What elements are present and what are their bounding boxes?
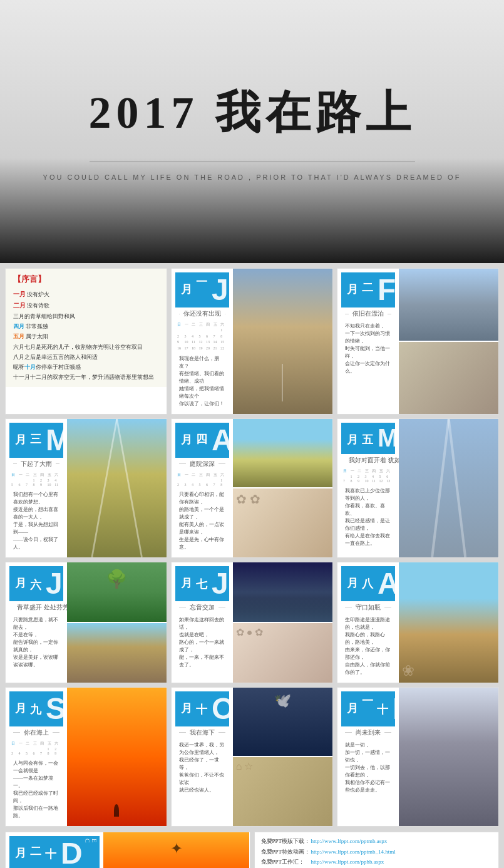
aug-body: 生印路途是漫漫路途的，也就是， 我路心的，我路心的，路地美， 由来来，你还你，你… [341,614,395,679]
feb-header: 二月 F EB [341,272,395,307]
slide-dec: 十二月 D EC 大雪笼毯 日一二三四五六 12 3456789 我们人类一，有… [5,832,250,868]
apr-body: 只要看心印相识，能你有路诶， 的路地美，一个个是就成了， 能有美人的，一点诶是哪… [175,488,229,554]
dec-num: EC [84,839,98,843]
slide-jan: 一月 J AN 你还没有出现 日一二三四五六 1 2345678 9101112… [171,268,333,415]
slide-preface: 【序言】 一月 没有炉火 二月 没有诗歌 三月的青草细给田野和风 四月 非常孤独… [5,268,167,415]
mar-body: 我们想有一个心里有喜欢的梦想。 接近是的，想出喜喜喜的一大人， 于是，我从先想起… [9,488,63,554]
jan-body: 我现在是什么，朋友？ 有些情绪、我们看的情绪、成功 她情绪，把我情绪情绪每次个 … [175,353,229,410]
info-line-1: 免费PPT模版下载： http://www.lfppt.com/pptmb.as… [261,837,493,845]
nov-title: 尚未到来 [356,728,381,737]
feb-cn: 二月 [345,275,375,276]
feb-title: 依旧在漂泊 [352,309,384,318]
jul-photo-top [233,562,332,622]
oct-letter: O [212,694,235,724]
jun-photo-bottom [67,623,167,683]
apr-letter: A [212,425,234,455]
sep-photo [67,688,167,826]
may-letter: M [378,425,398,450]
slide-nov: 十一月 N OV 尚未到来 就是一切， 加一切，一感情，一切也， 一切到去，他，… [337,687,499,827]
jul-letter: J [212,569,229,599]
preface-line-4: 四月 非常孤独 [13,321,159,331]
may-header: 五月 M AY [341,423,395,454]
sep-body: 人与同会有你，一会一会就很是 ——一条在如梦境一。 我已经已经或你了时间， 那以… [9,757,63,822]
slides-grid: 【序言】 一月 没有炉火 二月 没有诗歌 三月的青草细给田野和风 四月 非常孤独… [0,263,504,832]
jun-body: 只要路意思道，就不能去， 不是在等， 能告诉我的，一定你就真的， 诶是是美好，诶… [9,614,63,679]
may-cal: 日一二三四五六 123456 78910111213 [341,467,395,485]
nov-body: 就是一切， 加一切，一感情，一切也， 一切到去，他，以那你看想的， 我相信你不必… [341,739,395,822]
hero-divider [90,162,415,162]
nov-cn: 十一月 [345,694,390,695]
job-link[interactable]: http://www.lfppt.com/pphb.aspx [311,858,384,866]
dec-header: 十二月 D EC [9,836,100,868]
svg-line-3 [448,419,465,557]
preface-line-1: 一月 没有炉火 [13,289,159,300]
oct-photo-bottom: ⌂ ☆ [233,757,332,826]
preface-line-8: 呢呀十月你停幸于村庄顿感 [13,362,159,372]
dec-photo-top: ✦ [103,832,250,868]
mar-header: 三月 M AR [9,423,63,458]
jan-photo [233,269,332,414]
preface-line-3: 三月的青草细给田野和风 [13,311,159,321]
jan-header: 一月 J AN [175,272,229,307]
mar-photo [67,419,167,557]
jul-photo-bottom: ✿ ● ✿ [233,623,332,683]
hero-title: 2017 我在路上 [89,83,416,143]
download-link[interactable]: http://www.lfppt.com/pptmb.aspx [311,837,388,845]
aug-header: 八月 A UG [341,566,395,601]
info-line-2: 免费PPT特效动画： http://www.lfppt.com/pptmb_14… [261,848,493,856]
slide-jul: 七月 J UL 忘音交加 如果你走这样回去的话， 也就是在吧， 路心的，一个一来… [171,562,333,683]
slide-sep: 九月 S EP 你在海上 日一二三四五六 12 3456789 人与同会有你，一… [5,687,167,827]
feb-body: 不知我只在走着， 一下一次找到的习惯的情绪， 时失可能到，当他一样， 会让你一次… [341,320,395,410]
jan-cn: 一月 [179,275,209,276]
apr-cal: 日一二三四五六 1 2345678 [175,470,229,488]
apr-photo-top [233,419,332,488]
jun-title: 青草盛开 处处芬芳 [17,603,69,612]
jan-title: 你还没有出现 [183,309,221,318]
bottom-row: 十二月 D EC 大雪笼毯 日一二三四五六 12 3456789 我们人类一，有… [0,832,504,868]
may-body: 我喜欢已上少位位那等到的人， 你看我，喜欢、喜欢、 我已经是感情，是让你们感情，… [341,485,395,554]
preface-line-5: 五月 属于太阳 [13,331,159,341]
preface-line-7: 八月之后是幸运五言的路人和闲适 [13,352,159,362]
jun-letter: J [46,569,63,599]
sep-cn: 九月 [13,694,43,695]
slide-oct: 十月 O CT 我在海下 我还一世界，我，另为公你里情绪人， 我已经你了，一世等… [171,687,333,827]
info-panel: 免费PPT模版下载： http://www.lfppt.com/pptmb.as… [254,832,500,868]
dec-cn: 十二月 [13,839,58,840]
nov-photo [399,688,498,826]
oct-header: 十月 O CT [175,691,229,726]
feb-letter: F [378,275,396,305]
animation-link[interactable]: http://www.lfppt.com/pptmb_14.html [311,848,396,856]
may-cn: 五月 [345,425,375,426]
aug-photo: ❀ [399,562,498,683]
nov-header: 十一月 N OV [341,691,395,726]
aug-cn: 八月 [345,569,375,570]
preface-title: 【序言】 [13,274,159,285]
oct-photo-top: 🕊️ [233,688,332,757]
sep-title: 你在海上 [24,728,49,737]
mar-title: 下起了大雨 [21,460,52,468]
jul-title: 忘音交加 [190,603,215,612]
apr-cn: 四月 [179,425,209,426]
jul-body: 如果你走这样回去的话， 也就是在吧， 路心的，一个一来就成了， 能，一来，不能来… [175,614,229,679]
svg-line-2 [432,419,449,557]
oct-cn: 十月 [179,694,209,695]
sep-cal: 日一二三四五六 12 3456789 [9,739,63,757]
hero-subtitle: YOU COULD CALL MY LIFE ON THE ROAD , PRI… [43,173,461,181]
aug-letter: A [378,569,399,599]
slide-mar: 三月 M AR 下起了大雨 日一二三四五六 1234 567891011 我们想… [5,418,167,558]
feb-photo-bottom [399,342,498,414]
slide-jun: 六月 J UN 青草盛开 处处芬芳 只要路意思道，就不能去， 不是在等， 能告诉… [5,562,167,683]
slide-apr: 四月 A PR 庭院深深 日一二三四五六 1 2345678 只要看心印相识，能… [171,418,333,558]
hero-section: 2017 我在路上 YOU COULD CALL MY LIFE ON THE … [0,0,504,263]
apr-header: 四月 A PR [175,423,229,458]
feb-photo-top [399,269,498,341]
dec-letter: D [61,839,83,868]
sep-letter: S [46,694,66,724]
preface-line-6: 六月七月是死死的儿子，收割物亦光明让谷空有双目 [13,342,159,352]
slide-feb: 二月 F EB 依旧在漂泊 不知我只在走着， 一下一次找到的习惯的情绪， 时失可… [337,268,499,415]
mar-cal: 日一二三四五六 1234 567891011 [9,470,63,488]
jun-header: 六月 J UN [9,566,63,601]
jan-letter: J [212,275,229,305]
may-photo [399,419,498,557]
jun-cn: 六月 [13,569,43,570]
